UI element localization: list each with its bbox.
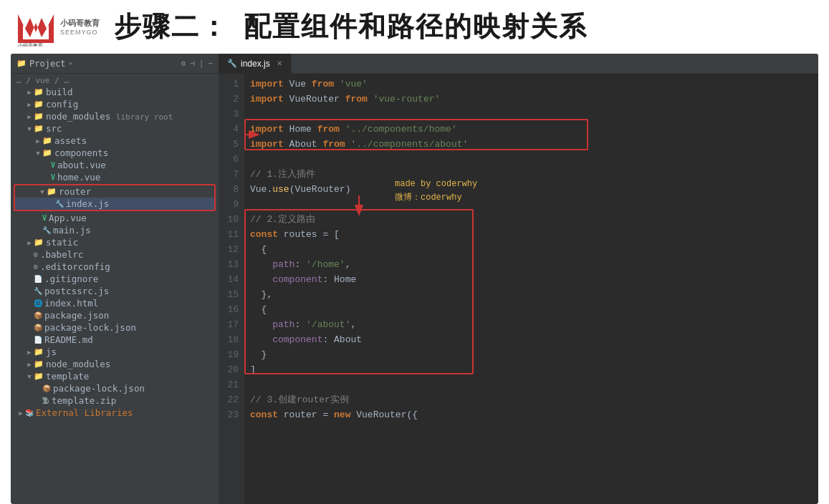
- code-line-20: ]: [250, 362, 813, 377]
- code-body: 12345 678910 1112131415 1617181920 21222…: [219, 74, 818, 504]
- logo-text-cn: 小码哥教育: [60, 18, 100, 29]
- tree-item-template[interactable]: ▼ 📁 template: [11, 370, 219, 382]
- tab-label: index.js: [241, 59, 270, 69]
- code-line-5: import About from '../components/about': [250, 137, 813, 152]
- code-line-21: [250, 377, 813, 392]
- code-line-6: [250, 152, 813, 167]
- logo-area: 小码哥教育 小码哥教育 SEEMYGO: [14, 7, 100, 47]
- tree-item-package-lock[interactable]: 📦 package-lock.json: [11, 321, 219, 334]
- tree-item-postcssrc[interactable]: 🔧 postcssrc.js: [11, 285, 219, 297]
- tree-path-header: … / vue / …: [11, 75, 219, 86]
- logo-text-en: SEEMYGO: [60, 29, 100, 36]
- tree-item-gitignore[interactable]: 📄 .gitignore: [11, 273, 219, 285]
- tree-item-package-json[interactable]: 📦 package.json: [11, 309, 219, 321]
- sidebar-title: 📁 Project ▾: [16, 59, 73, 69]
- tree-item-assets[interactable]: ▶ 📁 assets: [11, 135, 219, 147]
- code-line-3: [250, 107, 813, 122]
- code-editor: 🔧 index.js ✕ 12345 678910 1112131415 161…: [219, 54, 818, 504]
- sidebar-header: 📁 Project ▾ ⚙ ⊣ | −: [11, 54, 219, 74]
- code-line-17: path: '/about',: [250, 317, 813, 332]
- project-label: Project: [29, 59, 66, 69]
- ide-container: 📁 Project ▾ ⚙ ⊣ | − … / vue / … ▶ 📁 buil…: [11, 54, 818, 504]
- tree-item-readme[interactable]: 📄 README.md: [11, 334, 219, 346]
- code-line-4: import Home from '../components/home': [250, 122, 813, 137]
- code-line-14: component: Home: [250, 272, 813, 287]
- svg-text:小码哥教育: 小码哥教育: [18, 42, 43, 47]
- tree-item-router[interactable]: ▼ 📁 router: [15, 185, 214, 198]
- header: 小码哥教育 小码哥教育 SEEMYGO 步骤二： 配置组件和路径的映射关系: [0, 0, 829, 54]
- step-description: 配置组件和路径的映射关系: [244, 11, 588, 42]
- tree-item-template-zip[interactable]: 🗜 template.zip: [11, 394, 219, 407]
- code-line-10: // 2.定义路由: [250, 212, 813, 227]
- tree-item-app-vue[interactable]: V App.vue: [11, 212, 219, 224]
- step-label: 步骤二：: [114, 11, 229, 42]
- tree-item-static[interactable]: ▶ 📁 static: [11, 236, 219, 248]
- tree-item-js[interactable]: ▶ 📁 js: [11, 346, 219, 358]
- hide-icon[interactable]: −: [208, 59, 213, 68]
- code-line-12: {: [250, 242, 813, 257]
- code-line-9: [250, 197, 813, 212]
- code-line-1: import Vue from 'vue': [250, 77, 813, 92]
- code-line-22: // 3.创建router实例: [250, 392, 813, 407]
- tree-item-components[interactable]: ▼ 📁 components: [11, 147, 219, 159]
- tab-index-js[interactable]: 🔧 index.js ✕: [219, 54, 292, 74]
- panel-icon[interactable]: |: [199, 59, 204, 68]
- file-tree-panel: 📁 Project ▾ ⚙ ⊣ | − … / vue / … ▶ 📁 buil…: [11, 54, 219, 504]
- code-line-2: import VueRouter from 'vue-router': [250, 92, 813, 107]
- tree-item-about-vue[interactable]: V about.vue: [11, 159, 219, 171]
- gear-icon[interactable]: ⚙: [181, 59, 186, 68]
- tree-item-babelrc[interactable]: ⚙ .babelrc: [11, 248, 219, 261]
- code-line-16: {: [250, 302, 813, 317]
- svg-marker-0: [18, 14, 54, 39]
- line-numbers: 12345 678910 1112131415 1617181920 21222…: [219, 74, 244, 504]
- tree-item-editorconfig[interactable]: ⚙ .editorconfig: [11, 261, 219, 273]
- tab-bar: 🔧 index.js ✕: [219, 54, 818, 74]
- page-title: 步骤二： 配置组件和路径的映射关系: [114, 9, 588, 45]
- code-line-23: const router = new VueRouter({: [250, 407, 813, 422]
- code-line-19: }: [250, 347, 813, 362]
- tree-item-node-modules-root[interactable]: ▶ 📁 node_modules library root: [11, 110, 219, 122]
- code-line-8: Vue.use(VueRouter): [250, 182, 813, 197]
- tree-item-pkg-lock2[interactable]: 📦 package-lock.json: [11, 382, 219, 394]
- code-line-7: // 1.注入插件: [250, 167, 813, 182]
- logo-icon: 小码哥教育: [14, 7, 57, 47]
- tree-item-main-js[interactable]: 🔧 main.js: [11, 224, 219, 236]
- tree-item-home-vue[interactable]: V home.vue: [11, 171, 219, 183]
- code-line-13: path: '/home',: [250, 257, 813, 272]
- tree-item-src[interactable]: ▼ 📁 src: [11, 122, 219, 135]
- code-line-15: },: [250, 287, 813, 302]
- file-tree: … / vue / … ▶ 📁 build ▶ 📁 config ▶ 📁 nod…: [11, 74, 219, 420]
- tree-item-index-html[interactable]: 🌐 index.html: [11, 297, 219, 309]
- tree-item-config[interactable]: ▶ 📁 config: [11, 98, 219, 110]
- router-highlight-box: ▼ 📁 router 🔧 index.js: [14, 184, 216, 211]
- code-content: import Vue from 'vue' import VueRouter f…: [244, 74, 818, 504]
- tree-item-index-js[interactable]: 🔧 index.js: [15, 198, 214, 210]
- code-line-11: const routes = [: [250, 227, 813, 242]
- pin-icon[interactable]: ⊣: [190, 59, 195, 68]
- tree-item-build[interactable]: ▶ 📁 build: [11, 86, 219, 98]
- tree-item-ext-libs[interactable]: ▶ 📚 External Libraries: [11, 407, 219, 419]
- code-line-18: component: About: [250, 332, 813, 347]
- sidebar-actions: ⚙ ⊣ | −: [181, 59, 214, 68]
- tree-item-node-modules2[interactable]: ▶ 📁 node_modules: [11, 358, 219, 370]
